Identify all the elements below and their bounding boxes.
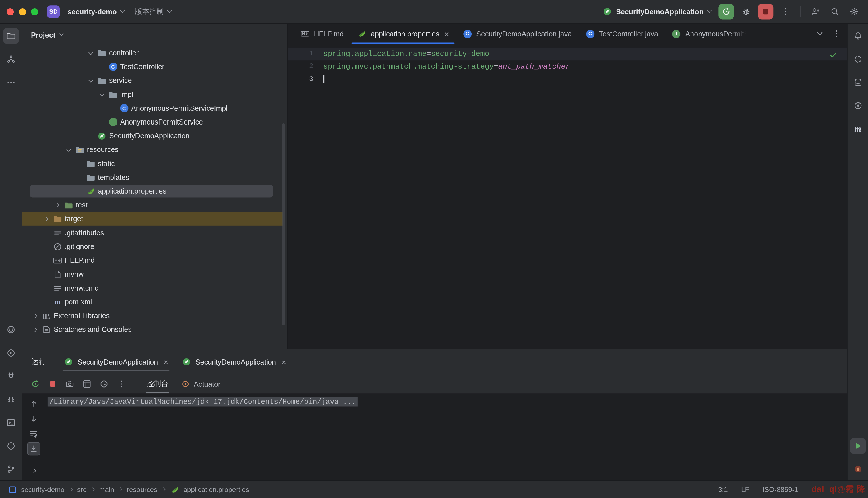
vcs-selector[interactable]: 版本控制 — [132, 4, 174, 19]
history-button[interactable] — [97, 377, 111, 390]
tab-application-properties[interactable]: application.properties× — [350, 24, 456, 43]
soft-wrap-button[interactable] — [28, 428, 40, 440]
chevron-down-icon[interactable] — [85, 46, 96, 60]
tree-item-scratches-and-consoles[interactable]: Scratches and Consoles — [22, 323, 287, 336]
project-folder-toolwindow-button[interactable] — [3, 28, 19, 43]
project-selector[interactable]: security-demo — [64, 5, 127, 18]
caret-position-widget[interactable]: 3:1 — [718, 485, 728, 493]
tab-options-button[interactable] — [831, 29, 842, 39]
chevron-right-icon[interactable] — [52, 198, 63, 212]
tab-testcontroller-java[interactable]: CTestController.java — [578, 24, 665, 43]
line-separator-widget[interactable]: LF — [741, 485, 749, 493]
tree-item-help-md[interactable]: HELP.md — [22, 253, 287, 267]
chevron-right-icon[interactable] — [30, 309, 41, 323]
tree-item-gitattributes[interactable]: .gitattributes — [22, 226, 287, 239]
chevron-right-icon[interactable] — [30, 323, 41, 336]
dependencies-toolwindow-button[interactable] — [850, 51, 865, 67]
more-actions-button[interactable] — [778, 4, 793, 19]
tree-item-securitydemoapplication[interactable]: SecurityDemoApplication — [22, 129, 287, 143]
project-panel-header[interactable]: Project — [22, 24, 287, 46]
tree-item-impl[interactable]: impl — [22, 88, 287, 101]
chevron-down-icon[interactable] — [96, 88, 108, 101]
tree-item-controller[interactable]: controller — [22, 46, 287, 60]
chevron-down-icon[interactable] — [63, 143, 74, 157]
code-with-me-button[interactable] — [808, 4, 822, 19]
search-everywhere-button[interactable] — [827, 4, 842, 19]
services-toolwindow-button[interactable] — [3, 322, 19, 337]
console[interactable]: /Library/Java/JavaVirtualMachines/jdk-17… — [22, 393, 847, 480]
close-tab-icon[interactable]: × — [163, 358, 168, 366]
editor[interactable]: 123 spring.application.name=security-dem… — [288, 44, 847, 349]
debug-toolwindow-button[interactable] — [3, 392, 19, 407]
tab-securitydemoapplication-java[interactable]: CSecurityDemoApplication.java — [456, 24, 579, 43]
endpoints-toolwindow-button[interactable] — [3, 368, 19, 384]
profiler-toolwindow-button[interactable] — [850, 461, 865, 477]
tree-item-mvnw-cmd[interactable]: mvnw.cmd — [22, 281, 287, 295]
breadcrumb-resources[interactable]: resources — [127, 485, 157, 493]
bean-toolwindow-button[interactable] — [850, 98, 865, 113]
run-green-toolwindow-button[interactable] — [850, 438, 865, 454]
line-number[interactable]: 2 — [288, 60, 323, 73]
line-number[interactable]: 3 — [288, 73, 323, 86]
tree-item-mvnw[interactable]: mvnw — [22, 267, 287, 281]
line-number[interactable]: 1 — [288, 48, 323, 60]
run-config-selector[interactable]: SecurityDemoApplication — [599, 4, 714, 19]
tree-item-application-properties[interactable]: application.properties — [22, 184, 287, 198]
tree-item-testcontroller[interactable]: CTestController — [22, 60, 287, 74]
chevron-right-icon[interactable] — [41, 212, 52, 226]
rerun-button[interactable] — [29, 377, 42, 390]
prev-occurrence-button[interactable] — [28, 398, 40, 410]
breadcrumb-security-demo[interactable]: security-demo — [8, 484, 65, 494]
problems-toolwindow-button[interactable] — [3, 438, 19, 454]
close-window-button[interactable] — [7, 8, 14, 15]
console-line[interactable]: /Library/Java/JavaVirtualMachines/jdk-17… — [48, 397, 358, 407]
run-tab-1[interactable]: SecurityDemoApplication× — [57, 349, 175, 375]
notifications-toolwindow-button[interactable] — [850, 28, 865, 43]
tree-item-gitignore[interactable]: .gitignore — [22, 239, 287, 253]
next-occurrence-button[interactable] — [28, 413, 40, 425]
debug-button[interactable] — [739, 4, 753, 19]
console-output[interactable]: /Library/Java/JavaVirtualMachines/jdk-17… — [48, 393, 847, 406]
restore-button[interactable] — [80, 377, 93, 390]
stop-button[interactable] — [758, 4, 773, 19]
hidden-tabs-button[interactable] — [815, 29, 825, 39]
minimize-window-button[interactable] — [19, 8, 26, 15]
camera-button[interactable] — [63, 377, 76, 390]
tree-item-test[interactable]: test — [22, 198, 287, 212]
project-tree-scrollbar[interactable] — [282, 123, 285, 325]
run-toolwindow-button[interactable] — [3, 345, 19, 361]
tree-item-resources[interactable]: resources — [22, 143, 287, 157]
zoom-window-button[interactable] — [31, 8, 38, 15]
chevron-down-icon[interactable] — [85, 74, 96, 88]
console-tab-[interactable]: 控制台 — [141, 375, 174, 394]
run-button[interactable] — [718, 4, 734, 19]
stop-button[interactable] — [46, 377, 59, 390]
tree-item-pom-xml[interactable]: mpom.xml — [22, 295, 287, 309]
git-toolwindow-button[interactable] — [3, 461, 19, 477]
breadcrumb-main[interactable]: main — [99, 485, 114, 493]
close-tab-icon[interactable]: × — [281, 358, 286, 366]
scroll-to-end-button[interactable] — [28, 443, 40, 455]
tree-item-target[interactable]: target — [22, 212, 287, 226]
settings-button[interactable] — [846, 4, 861, 19]
tree-item-external-libraries[interactable]: External Libraries — [22, 309, 287, 323]
project-badge[interactable]: SD — [47, 5, 60, 18]
maven-toolwindow-button[interactable]: m — [850, 121, 865, 136]
tree-item-service[interactable]: service — [22, 74, 287, 88]
tree-item-templates[interactable]: templates — [22, 170, 287, 184]
tree-item-static[interactable]: static — [22, 157, 287, 170]
structure-toolwindow-button[interactable] — [3, 51, 19, 67]
expand-console-toolbar-button[interactable] — [28, 465, 40, 477]
encoding-widget[interactable]: ISO-8859-1 — [762, 485, 798, 493]
tab-anonymouspermitservice-java[interactable]: IAnonymousPermitService.java — [665, 24, 753, 43]
run-tab-2[interactable]: SecurityDemoApplication× — [175, 349, 293, 375]
breadcrumb-application-properties[interactable]: application.properties — [170, 484, 249, 494]
breadcrumb-src[interactable]: src — [77, 485, 87, 493]
more-toolwindow-button[interactable] — [3, 75, 19, 90]
database-toolwindow-button[interactable] — [850, 75, 865, 90]
console-tab-actuator[interactable]: Actuator — [174, 375, 227, 394]
terminal-toolwindow-button[interactable] — [3, 415, 19, 430]
tree-item-anonymouspermitservice[interactable]: IAnonymousPermitService — [22, 115, 287, 129]
more-v-button[interactable] — [115, 377, 128, 390]
inspections-ok-icon[interactable] — [828, 50, 838, 60]
